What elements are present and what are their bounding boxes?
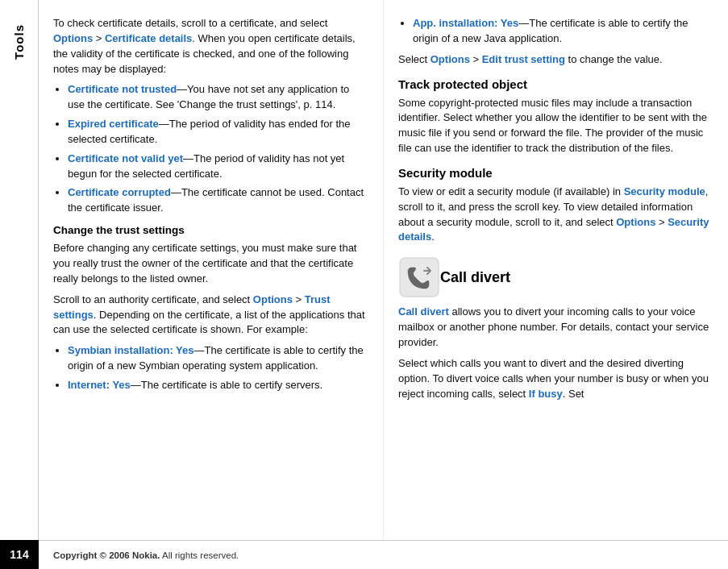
if-busy-link: If busy [529,388,563,400]
left-column: To check certificate details, scroll to … [39,0,384,569]
internet-link: Internet: Yes [68,379,131,391]
cert-not-valid-link: Certificate not valid yet [68,152,183,164]
main-content: To check certificate details, scroll to … [39,0,728,569]
options-link-3: Options [431,53,470,65]
app-bullet-list: App. installation: Yes—The certificate i… [413,16,713,47]
footer: Copyright © 2006 Nokia. All rights reser… [39,540,728,569]
expired-cert-link: Expired certificate [68,118,159,130]
track-protected-heading: Track protected object [398,77,713,91]
call-divert-header: Call divert [398,256,713,298]
footer-copyright: Copyright © 2006 Nokia. [53,550,160,560]
page-number-bar: 114 [0,540,39,569]
security-module-link: Security module [624,185,705,197]
app-installation-link: App. installation: Yes [413,17,518,29]
call-divert-para2: Select which calls you want to divert an… [398,356,713,402]
intro-paragraph: To check certificate details, scroll to … [53,16,368,77]
list-item: Internet: Yes—The certificate is able to… [68,378,368,393]
security-module-heading: Security module [398,166,713,180]
security-module-para: To view or edit a security module (if av… [398,185,713,245]
call-divert-para1: Call divert allows you to divert your in… [398,305,713,351]
call-divert-link: Call divert [398,305,449,318]
list-item: App. installation: Yes—The certificate i… [413,16,713,47]
change-trust-para2: Scroll to an authority certificate, and … [53,293,368,338]
security-details-link: Security details [398,216,709,243]
call-divert-title: Call divert [440,269,510,286]
options-link-2: Options [253,293,293,305]
certificate-details-link: Certificate details [105,32,192,44]
select-options-para: Select Options > Edit trust setting to c… [398,52,713,68]
cert-bullets-list: Certificate not trusted—You have not set… [68,82,368,216]
change-trust-para1: Before changing any certificate settings… [53,241,368,287]
svg-rect-0 [400,258,439,297]
list-item: Symbian installation: Yes—The certificat… [68,343,368,374]
phone-icon [398,256,440,298]
change-trust-heading: Change the trust settings [53,224,368,236]
track-protected-para: Some copyright-protected music files may… [398,96,713,156]
list-item: Expired certificate—The period of validi… [68,117,368,147]
sidebar-label: Tools [12,24,26,60]
sidebar: Tools [0,0,39,569]
right-column: App. installation: Yes—The certificate i… [384,0,728,569]
footer-text: Copyright © 2006 Nokia. All rights reser… [53,550,239,560]
cert-corrupted-link: Certificate corrupted [68,186,171,198]
options-link-1: Options [53,32,93,44]
list-item: Certificate not trusted—You have not set… [68,82,368,113]
list-item: Certificate not valid yet—The period of … [68,152,368,182]
edit-trust-link: Edit trust setting [482,53,565,65]
list-item: Certificate corrupted—The certificate ca… [68,185,368,216]
trust-sub-bullets: Symbian installation: Yes—The certificat… [68,343,368,393]
symbian-install-link: Symbian installation: Yes [68,344,194,356]
options-link-4: Options [616,216,655,228]
cert-not-trusted-link: Certificate not trusted [68,83,177,95]
footer-rights: All rights reserved. [160,550,239,560]
page-number: 114 [10,548,28,561]
